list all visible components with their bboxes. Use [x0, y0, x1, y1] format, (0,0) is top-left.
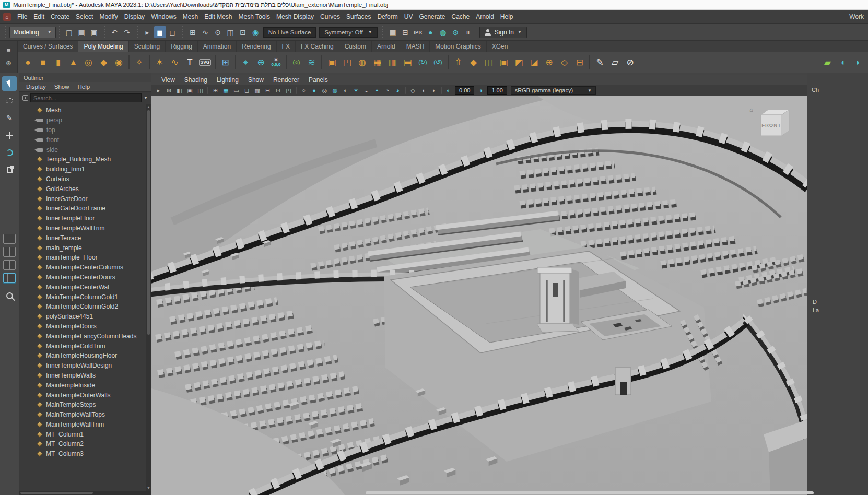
home-icon[interactable]: ⌂ — [749, 107, 753, 113]
type-tool-icon[interactable]: T — [182, 54, 197, 70]
shelf-tab[interactable]: FX Caching — [296, 41, 339, 52]
shelf-tab[interactable]: Curves / Surfaces — [18, 41, 78, 52]
shelf-options-gear-icon[interactable]: ⊛ — [6, 59, 11, 67]
viewport-menu-item[interactable]: Renderer — [268, 76, 304, 84]
outliner-item[interactable]: InnerGateDoor — [19, 194, 146, 204]
outliner-item[interactable]: front — [19, 135, 146, 145]
scrollbar-thumb[interactable] — [20, 492, 93, 494]
menu-item[interactable]: Cache — [448, 13, 473, 20]
outliner-item[interactable]: MainTempleCenterColumns — [19, 263, 146, 273]
menu-item[interactable]: Edit — [30, 13, 48, 20]
xgen-shelf-icon[interactable]: ◗ — [850, 54, 865, 70]
viewport-menu-item[interactable]: Panels — [304, 76, 333, 84]
menu-item[interactable]: File — [14, 13, 30, 20]
poly-torus-icon[interactable]: ◎ — [81, 54, 96, 70]
exposure-icon[interactable]: ◐ — [443, 86, 453, 95]
viewport-menu-item[interactable]: Show — [243, 76, 268, 84]
outliner-menu-item[interactable]: Help — [74, 84, 94, 90]
lock-camera-icon[interactable]: ⊠ — [164, 86, 174, 95]
gate-mask-icon[interactable]: ▩ — [252, 86, 262, 95]
scrollbar-thumb[interactable] — [147, 110, 150, 335]
mirror-icon[interactable]: ⊟ — [572, 54, 587, 70]
redo-icon[interactable]: ↷ — [121, 26, 133, 38]
shelf-tab[interactable]: Rendering — [237, 41, 276, 52]
outliner-item[interactable]: MainTempleColumnGold2 — [19, 302, 146, 312]
ipr-render-icon[interactable]: IPR — [412, 26, 424, 38]
outliner-item[interactable]: MainTempleDoors — [19, 322, 146, 332]
duplicate-grid-icon[interactable]: ▤ — [400, 54, 415, 70]
bevel-icon[interactable]: ◆ — [466, 54, 481, 70]
outliner-hscrollbar[interactable] — [19, 491, 151, 495]
outliner-item[interactable]: MainTempleWallTrim — [19, 420, 146, 430]
menu-item[interactable]: Help — [497, 13, 517, 20]
snap-view-icon[interactable]: ⊡ — [237, 26, 249, 38]
menu-item[interactable]: UV — [401, 13, 416, 20]
shelf-tab[interactable]: FX — [277, 41, 296, 52]
outliner-item[interactable]: polySurface4451 — [19, 312, 146, 322]
outliner-item[interactable]: MainTempleColumnGold1 — [19, 292, 146, 302]
occlusion-icon[interactable]: ◓ — [372, 86, 382, 95]
lasso-select-tool[interactable] — [2, 93, 17, 108]
separate-icon[interactable]: ◰ — [339, 54, 355, 70]
outliner-item[interactable]: MainTempleOuterWalls — [19, 390, 146, 400]
extrude-icon[interactable]: ⇧ — [451, 54, 466, 70]
select-tool[interactable] — [2, 76, 17, 91]
menu-item[interactable]: Create — [48, 13, 73, 20]
outliner-menu-item[interactable]: Display — [22, 84, 50, 90]
fill-hole-icon[interactable]: ▣ — [496, 54, 511, 70]
scale-tool[interactable] — [2, 162, 17, 177]
select-object-icon[interactable]: ◼ — [154, 26, 166, 38]
menu-item[interactable]: Surfaces — [343, 13, 374, 20]
outliner-item[interactable]: side — [19, 145, 146, 155]
menu-item[interactable]: Display — [121, 13, 148, 20]
wireframe-on-shaded-icon[interactable]: ◎ — [320, 86, 330, 95]
curve-warp-icon[interactable]: ∿ — [167, 54, 182, 70]
2d-pan-zoom-icon[interactable]: ⊞ — [210, 86, 220, 95]
menu-item[interactable]: Select — [73, 13, 96, 20]
make-live-icon[interactable]: ◉ — [250, 26, 262, 38]
outliner-menu-item[interactable]: Show — [51, 84, 73, 90]
exposure-field[interactable]: 0.00 — [455, 86, 474, 95]
view-cube[interactable]: ⌂ FRONT — [757, 108, 793, 141]
ipr-render-current-icon[interactable]: ◍ — [437, 26, 449, 38]
pause-icon[interactable]: II — [462, 26, 474, 38]
multi-cut-icon[interactable]: ⊘ — [623, 54, 638, 70]
joint-xray-icon[interactable]: ◗ — [429, 86, 439, 95]
viewport-menu-item[interactable]: View — [157, 76, 180, 84]
outliner-item[interactable]: MainTempleSteps — [19, 400, 146, 410]
sculpt-shelf-icon[interactable]: ◖ — [835, 54, 850, 70]
viewport-menu-item[interactable]: Lighting — [212, 76, 243, 84]
outliner-item[interactable]: MainTempleWallTops — [19, 410, 146, 420]
menu-item[interactable]: Mesh Display — [273, 13, 317, 20]
shelf-tab[interactable]: Animation — [198, 41, 237, 52]
shadows-icon[interactable]: ◒ — [361, 86, 371, 95]
image-plane-icon[interactable]: ◫ — [195, 86, 205, 95]
snap-align-icon[interactable]: ⊕ — [253, 54, 268, 70]
undo-icon[interactable]: ↶ — [109, 26, 121, 38]
gamma-field[interactable]: 1.00 — [487, 86, 507, 95]
snap-grid-icon[interactable]: ⊞ — [187, 26, 199, 38]
array-icon[interactable]: ▥ — [385, 54, 400, 70]
chevron-down-icon[interactable]: ▼ — [144, 96, 148, 100]
no-live-surface-field[interactable]: No Live Surface — [263, 27, 316, 38]
menu-item[interactable]: Deform — [374, 13, 401, 20]
snap-plane-icon[interactable]: ◫ — [225, 26, 237, 38]
outliner-item[interactable]: main_temple — [19, 243, 146, 253]
paint-effects-icon[interactable]: ▰ — [820, 54, 835, 70]
open-render-view-icon[interactable]: ⊟ — [400, 26, 412, 38]
layout-two-pane-button[interactable] — [3, 260, 16, 270]
resolution-gate-icon[interactable]: ◻ — [242, 86, 252, 95]
poly-cylinder-icon[interactable]: ▮ — [51, 54, 66, 70]
shelf-tab[interactable]: Motion Graphics — [430, 41, 486, 52]
append-polygon-icon[interactable]: ◩ — [511, 54, 526, 70]
outliner-item[interactable]: MainTempleGoldTrim — [19, 341, 146, 351]
wedge-icon[interactable]: ◪ — [526, 54, 542, 70]
viewport-canvas[interactable] — [151, 96, 807, 495]
menu-item[interactable]: Generate — [416, 13, 448, 20]
menu-item[interactable]: Mesh — [180, 13, 201, 20]
search-input[interactable] — [30, 93, 142, 102]
outliner-item[interactable]: MainTempleFancyColumnHeads — [19, 331, 146, 341]
platonic-solid-icon[interactable]: ✧ — [132, 54, 147, 70]
outliner-item[interactable]: Mesh — [19, 105, 146, 115]
symmetry-dropdown[interactable]: Symmetry: Off ▼ — [319, 27, 377, 38]
